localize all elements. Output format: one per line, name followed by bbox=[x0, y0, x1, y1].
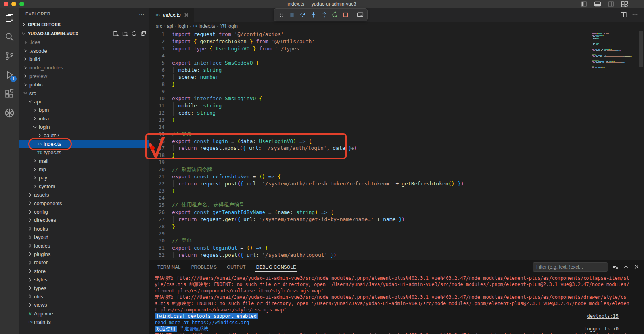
tree-item-src[interactable]: src bbox=[19, 89, 150, 97]
code-line[interactable]: 12 code: string bbox=[150, 109, 644, 116]
tree-item-api[interactable]: api bbox=[19, 97, 150, 106]
tree-item-utils[interactable]: utils bbox=[19, 292, 150, 301]
open-editors-section[interactable]: OPEN EDITORS bbox=[19, 20, 150, 29]
line-number[interactable]: 16 bbox=[150, 138, 165, 144]
close-panel-icon[interactable] bbox=[633, 263, 640, 270]
tree-item-hooks[interactable]: hooks bbox=[19, 225, 150, 233]
customize-layout-icon[interactable] bbox=[621, 0, 628, 8]
line-number[interactable]: 4 bbox=[150, 53, 165, 59]
activity-explorer[interactable] bbox=[3, 11, 16, 25]
line-number[interactable]: 9 bbox=[150, 88, 165, 94]
step-into-button[interactable] bbox=[309, 10, 318, 19]
code-line[interactable]: 9 bbox=[150, 88, 644, 95]
line-number[interactable]: 20 bbox=[150, 166, 165, 172]
line-number[interactable]: 10 bbox=[150, 95, 165, 101]
line-number[interactable]: 8 bbox=[150, 81, 165, 87]
step-over-button[interactable] bbox=[298, 10, 307, 19]
zoom-window-button[interactable] bbox=[19, 2, 24, 6]
stop-button[interactable] bbox=[341, 10, 350, 19]
line-number[interactable]: 31 bbox=[150, 245, 165, 251]
toggle-secondary-sidebar-icon[interactable] bbox=[608, 0, 615, 8]
code-line[interactable]: 17 return request.●post({ url: '/system/… bbox=[150, 145, 644, 152]
tree-item-mp[interactable]: mp bbox=[19, 165, 150, 174]
code-line[interactable]: 11 mobile: string bbox=[150, 102, 644, 109]
tree-item--vscode[interactable]: .vscode bbox=[19, 46, 150, 55]
source-link[interactable]: devtools:15 bbox=[587, 313, 619, 319]
grip-button[interactable] bbox=[276, 10, 286, 19]
editor-scrollbar[interactable] bbox=[639, 31, 643, 67]
tree-item-login[interactable]: login bbox=[19, 123, 150, 131]
line-number[interactable]: 30 bbox=[150, 238, 165, 244]
line-number[interactable]: 5 bbox=[150, 60, 165, 66]
line-number[interactable]: 6 bbox=[150, 67, 165, 73]
tree-item-layout[interactable]: layout bbox=[19, 233, 150, 241]
screencast-button[interactable] bbox=[355, 10, 365, 19]
code-line[interactable]: 6 mobile: string bbox=[150, 67, 644, 74]
line-number[interactable]: 21 bbox=[150, 174, 165, 179]
line-number[interactable]: 11 bbox=[150, 103, 165, 109]
line-number[interactable]: 1 bbox=[150, 31, 165, 37]
tree-item-index-ts[interactable]: TSindex.ts bbox=[19, 140, 150, 148]
new-folder-icon[interactable] bbox=[122, 31, 128, 37]
code-line[interactable]: 1import request from '@/config/axios' bbox=[150, 31, 644, 38]
line-number[interactable]: 12 bbox=[150, 110, 165, 116]
line-number[interactable]: 25 bbox=[150, 202, 165, 208]
line-number[interactable]: 19 bbox=[150, 159, 165, 165]
tree-item-locales[interactable]: locales bbox=[19, 241, 150, 250]
minimize-window-button[interactable] bbox=[12, 2, 16, 6]
tree-item-build[interactable]: build bbox=[19, 55, 150, 63]
activity-run-debug[interactable]: 1 bbox=[3, 68, 16, 82]
line-number[interactable]: 26 bbox=[150, 209, 165, 215]
step-out-button[interactable] bbox=[319, 10, 329, 19]
clear-console-icon[interactable] bbox=[612, 263, 619, 270]
code-line[interactable]: 7 scene: number bbox=[150, 74, 644, 81]
line-number[interactable]: 27 bbox=[150, 216, 165, 222]
line-number[interactable]: 24 bbox=[150, 195, 165, 201]
close-window-button[interactable] bbox=[4, 2, 8, 6]
console-filter-input[interactable] bbox=[533, 262, 608, 272]
code-line[interactable]: 22 return request.post({ url: '/system/a… bbox=[150, 180, 644, 187]
tree-item-main-ts[interactable]: TSmain.ts bbox=[19, 318, 150, 326]
code-line[interactable]: 5export interface SmsCodeVO { bbox=[150, 59, 644, 67]
code-line[interactable]: 23} bbox=[150, 187, 644, 195]
new-file-icon[interactable] bbox=[113, 31, 119, 37]
panel-tab-output[interactable]: OUTPUT bbox=[226, 262, 247, 272]
tree-item-pay[interactable]: pay bbox=[19, 174, 150, 182]
code-line[interactable]: 3import type { UserLoginVO } from './typ… bbox=[150, 45, 644, 52]
breadcrumb-item-src[interactable]: src bbox=[156, 23, 162, 29]
panel-tab-terminal[interactable]: TERMINAL bbox=[157, 262, 182, 272]
tree-item-bpm[interactable]: bpm bbox=[19, 106, 150, 114]
line-number[interactable]: 23 bbox=[150, 188, 165, 194]
code-line[interactable]: 19 bbox=[150, 159, 644, 166]
breadcrumb-item-login[interactable]: [@]login bbox=[220, 23, 238, 29]
tab-index-ts[interactable]: TS index.ts bbox=[150, 8, 194, 22]
tree-item-views[interactable]: views bbox=[19, 301, 150, 309]
tree-item-infra[interactable]: infra bbox=[19, 115, 150, 123]
tree-item-assets[interactable]: assets bbox=[19, 191, 150, 199]
code-line[interactable]: 15// 登录 bbox=[150, 130, 644, 137]
breadcrumb-item-api[interactable]: api bbox=[167, 23, 173, 29]
line-number[interactable]: 17 bbox=[150, 145, 165, 151]
line-number[interactable]: 32 bbox=[150, 252, 165, 258]
pause-button[interactable] bbox=[287, 10, 297, 19]
restart-button[interactable] bbox=[330, 10, 339, 19]
line-number[interactable]: 22 bbox=[150, 181, 165, 187]
tree-item-node_modules[interactable]: node_modules bbox=[19, 63, 150, 72]
project-section[interactable]: YUDAO-UI-ADMIN-VUE3 bbox=[19, 29, 150, 38]
line-number[interactable]: 14 bbox=[150, 124, 165, 130]
code-line[interactable]: 27 return request.get({ url: '/system/te… bbox=[150, 216, 644, 223]
tree-item-directives[interactable]: directives bbox=[19, 216, 150, 224]
code-line[interactable]: 25// 使用租户名, 获得租户编号 bbox=[150, 202, 644, 209]
code-line[interactable]: 10export interface SmsLoginVO { bbox=[150, 95, 644, 102]
code-line[interactable]: 4 bbox=[150, 52, 644, 59]
tree-item-components[interactable]: components bbox=[19, 199, 150, 207]
tree-item--idea[interactable]: .idea bbox=[19, 38, 150, 46]
code-line[interactable]: 16export const login = (data: UserLoginV… bbox=[150, 137, 644, 145]
breadcrumb-item-index-ts[interactable]: TSindex.ts bbox=[192, 23, 215, 29]
tree-item-preview[interactable]: preview bbox=[19, 72, 150, 80]
panel-tab-debug-console[interactable]: DEBUG CONSOLE bbox=[255, 262, 297, 272]
more-actions-icon[interactable] bbox=[632, 11, 638, 18]
activity-chatgpt[interactable] bbox=[3, 106, 16, 120]
code-line[interactable]: 26export const getTenantIdByName = (name… bbox=[150, 208, 644, 216]
tree-item-config[interactable]: config bbox=[19, 208, 150, 216]
